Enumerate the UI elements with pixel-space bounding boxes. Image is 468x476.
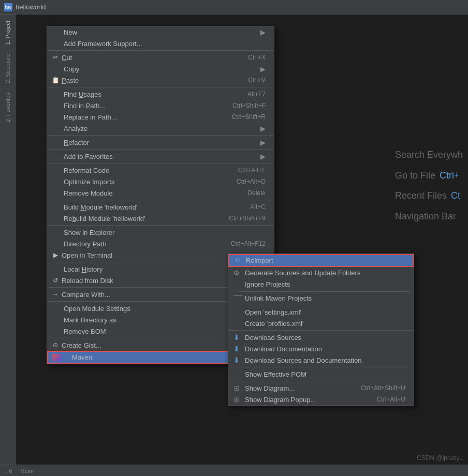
download-sources-label: Download Sources: [245, 334, 405, 341]
download-sources-docs-icon: ⬇: [232, 356, 241, 364]
reimport-label: Reimport: [246, 257, 404, 264]
menu-item-analyze[interactable]: Analyze ▶: [47, 123, 274, 134]
menu-item-copy[interactable]: Copy ▶: [47, 63, 274, 75]
analyze-arrow-icon: ▶: [260, 125, 266, 132]
maven-submenu: ↻ Reimport ⚙ Generate Sources and Update…: [228, 254, 414, 406]
menu-item-directory-path[interactable]: Directory Path Ctrl+Alt+F12: [47, 238, 274, 249]
submenu-item-unlink-maven[interactable]: Unlink Maven Projects: [228, 292, 414, 304]
recent-files-shortcut: Ct: [451, 186, 460, 206]
separator-5: [47, 163, 274, 163]
menu-item-optimize-imports[interactable]: Optimize Imports Ctrl+Alt+O: [47, 176, 274, 187]
app-icon: hw: [4, 3, 12, 11]
show-diagram-icon: ⊞: [232, 384, 241, 392]
reload-icon: ↺: [51, 277, 60, 284]
submenu-item-ignore-projects[interactable]: Ignore Projects: [228, 278, 414, 290]
goto-file-label: Go to File: [395, 166, 435, 186]
menu-item-replace-in-path[interactable]: Replace in Path... Ctrl+Shift+R: [47, 111, 274, 123]
menu-item-paste[interactable]: 📋 Paste Ctrl+V: [47, 75, 274, 86]
submenu-item-download-docs[interactable]: ⬇ Download Documentation: [228, 343, 414, 354]
sidebar-tab-structure[interactable]: 2: Structure: [3, 50, 13, 87]
bottom-item-reim[interactable]: Reim: [21, 468, 34, 474]
generate-sources-label: Generate Sources and Update Folders: [245, 269, 405, 277]
menu-item-add-framework[interactable]: Add Framework Support...: [47, 38, 274, 49]
arrow-icon: ▶: [260, 28, 266, 36]
show-diagram-popup-icon: ⊞: [232, 396, 241, 404]
recent-files-label: Recent Files: [395, 186, 447, 206]
submenu-separator-4: [228, 367, 414, 367]
menu-item-remove-module[interactable]: Remove Module Delete: [47, 187, 274, 199]
ignore-projects-label: Ignore Projects: [245, 280, 405, 288]
menu-item-rebuild-module[interactable]: Rebuild Module 'helloworld' Ctrl+Shift+F…: [47, 213, 274, 224]
sidebar-left: 1: Project 2: Structure 2: Favorites: [0, 14, 16, 476]
menu-item-new[interactable]: New ▶: [47, 26, 274, 38]
submenu-item-download-sources-docs[interactable]: ⬇ Download Sources and Documentation: [228, 354, 414, 366]
show-diagram-popup-label: Show Diagram Popup...: [245, 396, 377, 404]
create-profiles-xml-label: Create 'profiles.xml': [245, 320, 405, 328]
favorites-arrow-icon: ▶: [260, 153, 266, 160]
submenu-item-reimport[interactable]: ↻ Reimport: [228, 254, 414, 267]
submenu-item-create-profiles-xml[interactable]: Create 'profiles.xml': [228, 318, 414, 329]
copy-arrow-icon: ▶: [260, 65, 266, 73]
download-sources-docs-label: Download Sources and Documentation: [245, 356, 405, 364]
bottom-bar: ≡ 6 Reim: [0, 465, 468, 476]
menu-item-show-explorer[interactable]: Show in Explorer: [47, 227, 274, 238]
download-docs-label: Download Documentation: [245, 345, 405, 353]
menu-item-find-in-path[interactable]: Find in Path... Ctrl+Shift+F: [47, 100, 274, 111]
reimport-icon: ↻: [233, 257, 242, 264]
menu-item-add-favorites[interactable]: Add to Favorites ▶: [47, 151, 274, 162]
submenu-item-open-settings-xml[interactable]: Open 'settings.xml': [228, 306, 414, 318]
watermark: CSDN @lpruoyu: [417, 454, 463, 462]
compare-icon: ↔: [51, 291, 60, 298]
sidebar-tab-project[interactable]: 1: Project: [3, 17, 13, 49]
submenu-separator-1: —: [228, 291, 414, 291]
separator-4: [47, 149, 274, 150]
submenu-separator-5: [228, 381, 414, 381]
title-bar: hw helloworld: [0, 0, 468, 14]
submenu-item-show-diagram[interactable]: ⊞ Show Diagram... Ctrl+Alt+Shift+U: [228, 382, 414, 394]
menu-item-cut[interactable]: ✂ Cut Ctrl+X: [47, 52, 274, 63]
cut-icon: ✂: [51, 54, 60, 61]
menu-item-reformat-code[interactable]: Reformat Code Ctrl+Alt+L: [47, 165, 274, 176]
separator-6: [47, 200, 274, 200]
title-bar-text: helloworld: [16, 3, 46, 11]
right-hints: Search Everywh Go to File Ctrl+ Recent F…: [395, 145, 463, 227]
submenu-separator-2: [228, 305, 414, 305]
goto-file-shortcut: Ctrl+: [440, 166, 460, 186]
submenu-item-download-sources[interactable]: ⬇ Download Sources: [228, 332, 414, 343]
separator-7: [47, 225, 274, 226]
search-everywhere-hint: Search Everywh: [395, 145, 463, 166]
menu-item-build-module[interactable]: Build Module 'helloworld' Alt+C: [47, 201, 274, 213]
generate-icon: ⚙: [232, 269, 241, 277]
submenu-item-show-diagram-popup[interactable]: ⊞ Show Diagram Popup... Ctrl+Alt+U: [228, 394, 414, 405]
show-effective-pom-label: Show Effective POM: [245, 370, 405, 378]
gist-icon: ⊙: [51, 341, 60, 349]
menu-item-refactor[interactable]: Refactor ▶: [47, 137, 274, 148]
maven-icon: [52, 354, 62, 361]
submenu-separator-3: [228, 330, 414, 331]
show-diagram-label: Show Diagram...: [245, 384, 361, 392]
open-settings-xml-label: Open 'settings.xml': [245, 308, 405, 316]
separator-2: [47, 87, 274, 87]
paste-icon: 📋: [51, 77, 60, 84]
separator-3: [47, 135, 274, 136]
submenu-item-show-effective-pom[interactable]: Show Effective POM: [228, 368, 414, 380]
submenu-item-generate-sources[interactable]: ⚙ Generate Sources and Update Folders: [228, 267, 414, 278]
download-sources-icon: ⬇: [232, 333, 241, 341]
separator-1: [47, 50, 274, 51]
unlink-maven-label: Unlink Maven Projects: [245, 294, 405, 302]
bottom-item-6[interactable]: ≡ 6: [4, 468, 12, 474]
download-docs-icon: ⬇: [232, 345, 241, 353]
terminal-icon: ▶: [51, 251, 60, 259]
navigation-bar-hint: Navigation Bar: [395, 206, 456, 227]
menu-item-find-usages[interactable]: Find Usages Alt+F7: [47, 88, 274, 100]
sidebar-tab-favorites[interactable]: 2: Favorites: [3, 88, 13, 126]
refactor-arrow-icon: ▶: [260, 139, 266, 146]
